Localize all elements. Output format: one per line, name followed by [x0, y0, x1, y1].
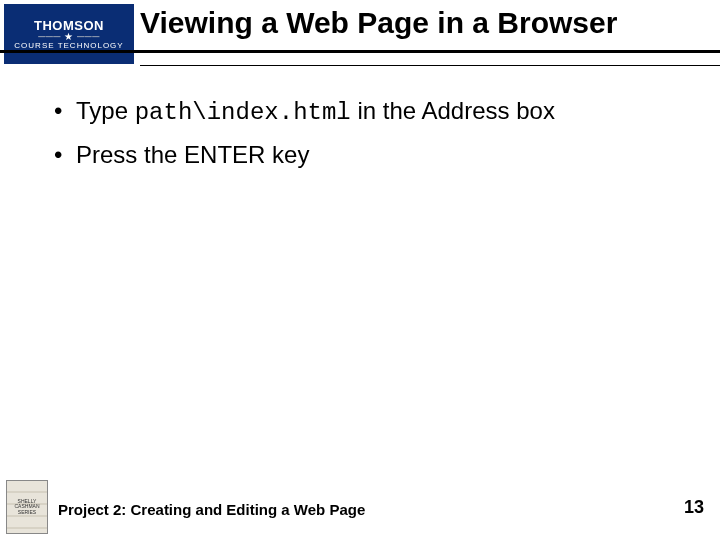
bullet-text-post: in the Address box [351, 97, 555, 124]
footer-text: Project 2: Creating and Editing a Web Pa… [58, 501, 365, 518]
thomson-logo: THOMSON ★ COURSE TECHNOLOGY [4, 4, 134, 64]
slide-title: Viewing a Web Page in a Browser [140, 6, 710, 40]
slide: THOMSON ★ COURSE TECHNOLOGY Viewing a We… [0, 0, 720, 540]
bullet-text-pre: Type [76, 97, 135, 124]
title-rule-thick [0, 50, 720, 53]
star-icon: ★ [38, 34, 100, 40]
logo-bottom-text: COURSE TECHNOLOGY [14, 41, 123, 50]
header: THOMSON ★ COURSE TECHNOLOGY Viewing a We… [0, 0, 720, 72]
list-item: Press the ENTER key [54, 140, 680, 172]
bullet-text-pre: Press the ENTER key [76, 141, 309, 168]
title-rule-thin [140, 65, 720, 66]
series-line: SERIES [18, 510, 36, 516]
page-number: 13 [684, 497, 704, 518]
list-item: Type path\index.html in the Address box [54, 96, 680, 128]
bullet-list: Type path\index.html in the Address box … [54, 96, 680, 172]
bullet-text-code: path\index.html [135, 99, 351, 126]
slide-body: Type path\index.html in the Address box … [54, 96, 680, 184]
shelly-cashman-series-logo: SHELLY CASHMAN SERIES [6, 480, 48, 534]
